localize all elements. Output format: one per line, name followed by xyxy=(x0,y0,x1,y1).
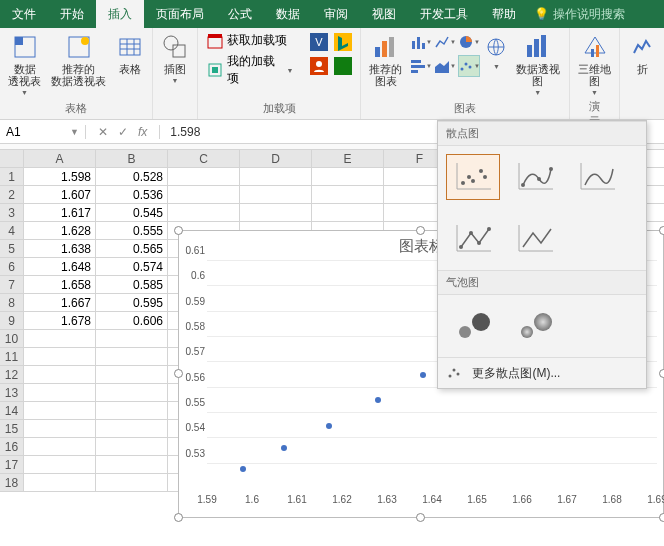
tab-review[interactable]: 审阅 xyxy=(312,0,360,28)
row-header[interactable]: 3 xyxy=(0,204,24,221)
my-addins-button[interactable]: 我的加载项 ▼ xyxy=(204,52,296,88)
data-point[interactable] xyxy=(240,466,246,472)
cell[interactable]: 0.606 xyxy=(96,312,168,329)
tab-dev[interactable]: 开发工具 xyxy=(408,0,480,28)
scatter-chart-button[interactable]: ▼ xyxy=(458,55,480,77)
data-point[interactable] xyxy=(326,423,332,429)
row-header[interactable]: 15 xyxy=(0,420,24,437)
cell[interactable] xyxy=(168,186,240,203)
cell[interactable] xyxy=(24,420,96,437)
row-header[interactable]: 5 xyxy=(0,240,24,257)
cell[interactable] xyxy=(24,438,96,455)
cell[interactable]: 0.595 xyxy=(96,294,168,311)
cell[interactable]: 1.598 xyxy=(24,168,96,185)
data-point[interactable] xyxy=(281,445,287,451)
sparkline-button[interactable]: 折 xyxy=(626,31,658,77)
get-addins-button[interactable]: 获取加载项 xyxy=(204,31,296,50)
cell[interactable] xyxy=(168,168,240,185)
bar-chart-button[interactable]: ▼ xyxy=(410,55,432,77)
area-chart-button[interactable]: ▼ xyxy=(434,55,456,77)
cell[interactable]: 1.617 xyxy=(24,204,96,221)
scatter-smooth-lines-markers-option[interactable] xyxy=(508,154,562,200)
tab-home[interactable]: 开始 xyxy=(48,0,96,28)
cell[interactable]: 0.574 xyxy=(96,258,168,275)
cell[interactable]: 1.638 xyxy=(24,240,96,257)
cell[interactable] xyxy=(96,420,168,437)
scatter-markers-option[interactable] xyxy=(446,154,500,200)
tab-insert[interactable]: 插入 xyxy=(96,0,144,28)
column-header[interactable]: A xyxy=(24,150,96,167)
row-header[interactable]: 12 xyxy=(0,366,24,383)
row-header[interactable]: 7 xyxy=(0,276,24,293)
resize-handle[interactable] xyxy=(659,226,664,235)
tab-file[interactable]: 文件 xyxy=(0,0,48,28)
row-header[interactable]: 17 xyxy=(0,456,24,473)
data-point[interactable] xyxy=(420,372,426,378)
row-header[interactable]: 4 xyxy=(0,222,24,239)
cell[interactable]: 0.555 xyxy=(96,222,168,239)
cell[interactable] xyxy=(240,186,312,203)
resize-handle[interactable] xyxy=(416,513,425,522)
cell[interactable] xyxy=(24,456,96,473)
cell[interactable] xyxy=(96,366,168,383)
cell[interactable]: 1.658 xyxy=(24,276,96,293)
resize-handle[interactable] xyxy=(416,226,425,235)
row-header[interactable]: 9 xyxy=(0,312,24,329)
scatter-straight-lines-option[interactable] xyxy=(508,216,562,262)
visio-button[interactable]: V xyxy=(308,31,330,53)
select-all-corner[interactable] xyxy=(0,150,24,167)
line-chart-button[interactable]: ▼ xyxy=(434,31,456,53)
cell[interactable] xyxy=(96,348,168,365)
cell[interactable] xyxy=(24,366,96,383)
fx-icon[interactable]: fx xyxy=(138,125,147,139)
illustrations-button[interactable]: 插图 ▼ xyxy=(159,31,191,86)
tab-layout[interactable]: 页面布局 xyxy=(144,0,216,28)
cell[interactable] xyxy=(96,456,168,473)
recommended-charts-button[interactable]: 推荐的 图表 xyxy=(367,31,404,89)
formula-input[interactable]: 1.598 xyxy=(160,125,210,139)
cell[interactable]: 1.628 xyxy=(24,222,96,239)
cell[interactable] xyxy=(240,204,312,221)
cell[interactable]: 0.536 xyxy=(96,186,168,203)
3d-map-button[interactable]: 三维地 图 ▼ xyxy=(576,31,613,98)
resize-handle[interactable] xyxy=(659,513,664,522)
cell[interactable] xyxy=(312,186,384,203)
row-header[interactable]: 10 xyxy=(0,330,24,347)
cell[interactable]: 1.678 xyxy=(24,312,96,329)
cell[interactable] xyxy=(96,330,168,347)
cell[interactable] xyxy=(96,474,168,491)
cell[interactable] xyxy=(24,402,96,419)
cell[interactable]: 0.545 xyxy=(96,204,168,221)
recommended-pivot-button[interactable]: 推荐的 数据透视表 xyxy=(49,31,108,89)
cell[interactable] xyxy=(24,330,96,347)
data-point[interactable] xyxy=(375,397,381,403)
bubble-3d-option[interactable] xyxy=(508,303,562,349)
cell[interactable] xyxy=(240,168,312,185)
row-header[interactable]: 6 xyxy=(0,258,24,275)
row-header[interactable]: 2 xyxy=(0,186,24,203)
pivot-chart-button[interactable]: 数据透视图 ▼ xyxy=(512,31,563,98)
bubble-option[interactable] xyxy=(446,303,500,349)
row-header[interactable]: 13 xyxy=(0,384,24,401)
row-header[interactable]: 1 xyxy=(0,168,24,185)
cell[interactable] xyxy=(168,204,240,221)
tab-help[interactable]: 帮助 xyxy=(480,0,528,28)
cell[interactable]: 1.648 xyxy=(24,258,96,275)
enter-icon[interactable]: ✓ xyxy=(118,125,128,139)
resize-handle[interactable] xyxy=(174,513,183,522)
scatter-straight-lines-markers-option[interactable] xyxy=(446,216,500,262)
cell[interactable] xyxy=(96,384,168,401)
more-scatter-button[interactable]: 更多散点图(M)... xyxy=(438,357,646,388)
addin-4-button[interactable] xyxy=(332,55,354,77)
column-header[interactable]: E xyxy=(312,150,384,167)
row-header[interactable]: 11 xyxy=(0,348,24,365)
tab-data[interactable]: 数据 xyxy=(264,0,312,28)
column-chart-button[interactable]: ▼ xyxy=(410,31,432,53)
cancel-icon[interactable]: ✕ xyxy=(98,125,108,139)
table-button[interactable]: 表格 xyxy=(114,31,146,77)
scatter-smooth-lines-option[interactable] xyxy=(570,154,624,200)
column-header[interactable]: D xyxy=(240,150,312,167)
tab-view[interactable]: 视图 xyxy=(360,0,408,28)
maps-button[interactable]: ▼ xyxy=(486,31,506,72)
cell[interactable]: 0.528 xyxy=(96,168,168,185)
